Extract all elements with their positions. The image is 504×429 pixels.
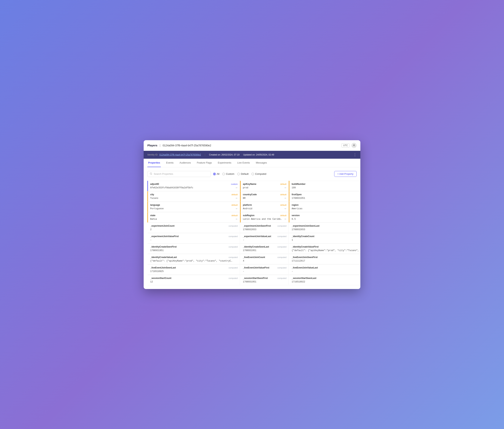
user-avatar[interactable] bbox=[351, 143, 357, 148]
prop-header: _liveEventJoinCount computed bbox=[243, 256, 286, 259]
prop-name: apiKeyName bbox=[243, 183, 256, 185]
edit-icon[interactable]: ✏ bbox=[285, 197, 286, 200]
prop-header: _sessionStartCount computed bbox=[150, 277, 238, 280]
prop-value-row: {"default": {"apiKeyName":"prod", "city"… bbox=[292, 249, 360, 252]
filter-custom[interactable]: Custom bbox=[222, 173, 234, 175]
property-cell: subRegion default Latin America and the … bbox=[240, 212, 289, 223]
prop-value: 1708932653 bbox=[292, 228, 305, 231]
prop-header: _sessionStartSeenFirst computed bbox=[243, 277, 286, 280]
prop-type: computed bbox=[277, 225, 286, 227]
filter-default[interactable]: Default bbox=[237, 173, 248, 175]
edit-icon[interactable]: ✏ bbox=[285, 218, 286, 220]
edit-icon[interactable]: ✏ bbox=[236, 197, 238, 200]
tabs-bar: Properties Events Audiences Feature Flag… bbox=[144, 159, 360, 167]
prop-value: 1711112617 bbox=[292, 260, 305, 262]
prop-type: default bbox=[232, 214, 238, 217]
prop-type: default bbox=[232, 193, 238, 196]
radio-default[interactable] bbox=[237, 173, 240, 175]
property-cell: _experimentJoinValueFirst computed - bbox=[147, 233, 240, 244]
prop-value: 199 bbox=[292, 186, 296, 189]
prop-value-row: 1708931951 ✏ bbox=[292, 197, 360, 200]
edit-icon[interactable]: ✏ bbox=[236, 186, 238, 189]
prop-value: - bbox=[243, 270, 244, 273]
prop-value: 0.5 bbox=[292, 218, 296, 220]
title-bar: Players | 0124a094-37f6-4aa4-b47f-25a787… bbox=[144, 140, 360, 151]
prop-header: _identityCreateValueFirst computed bbox=[292, 245, 360, 248]
prop-value-row: Tucano ✏ bbox=[150, 197, 238, 200]
prop-value-row: 1708931951 bbox=[150, 249, 238, 252]
prop-name: _experimentJoinValueFirst bbox=[150, 235, 179, 238]
prop-type: computed bbox=[277, 246, 286, 248]
property-cell: _identityCreateCount computed 1 bbox=[289, 233, 360, 244]
prop-value-row: Portuguese ✏ bbox=[150, 207, 238, 210]
radio-custom[interactable] bbox=[222, 173, 225, 175]
tab-audiences[interactable]: Audiences bbox=[179, 159, 192, 167]
prop-value-row: Latin America and the Caribbean ✏ bbox=[243, 218, 286, 220]
prop-type: computed bbox=[277, 277, 286, 279]
prop-name: platform bbox=[243, 204, 252, 206]
prop-type: computed bbox=[229, 267, 238, 269]
radio-computed[interactable] bbox=[252, 173, 254, 175]
property-cell: _sessionStartCount computed 12 bbox=[147, 275, 240, 285]
prop-name: state bbox=[150, 214, 155, 217]
prop-value-row: 1711112617 bbox=[292, 260, 360, 262]
filter-computed[interactable]: Computed bbox=[252, 173, 266, 175]
edit-icon[interactable]: ✏ bbox=[236, 207, 238, 210]
prop-type: computed bbox=[277, 235, 286, 237]
property-cell: firstOpen default 1708931951 ✏ bbox=[289, 191, 360, 202]
prop-value: - bbox=[150, 239, 152, 241]
page-section: Players bbox=[147, 144, 157, 147]
property-cell: _identityCreateSeenFirst computed 170893… bbox=[147, 244, 240, 254]
page-title: 0124a094-37f6-4aa4-b47f-25a7876590e2 bbox=[163, 144, 211, 147]
tab-events[interactable]: Events bbox=[165, 159, 174, 167]
edit-icon[interactable]: ✏ bbox=[236, 218, 238, 220]
add-property-button[interactable]: + Add Property bbox=[334, 171, 357, 177]
prop-type: computed bbox=[229, 235, 238, 237]
prop-value-row: 1708931951 bbox=[243, 249, 286, 252]
prop-type: default bbox=[280, 193, 286, 196]
prop-type: default bbox=[280, 214, 286, 217]
prop-value: 6fe62e353fcf0da841638ff9a2df5bfc bbox=[150, 186, 193, 189]
prop-value: 1 bbox=[292, 239, 293, 241]
prop-value: Latin America and the Caribbean bbox=[243, 218, 282, 220]
prop-value: 1708931951 bbox=[292, 197, 305, 200]
edit-icon[interactable]: ✏ bbox=[285, 207, 286, 210]
tab-feature-flags[interactable]: Feature Flags bbox=[196, 159, 213, 167]
prop-value-row: 4 bbox=[243, 260, 286, 262]
property-cell: countryCode default BR ✏ bbox=[240, 191, 289, 202]
prop-name: _experimentJoinValueLast bbox=[243, 235, 271, 238]
prop-value-row: Americas ✏ bbox=[292, 207, 360, 210]
prop-value: Americas bbox=[292, 207, 302, 210]
prop-header: _identityCreateSeenFirst computed bbox=[150, 245, 238, 248]
prop-value: - bbox=[243, 239, 244, 241]
prop-header: _experimentJoinSeenLast computed bbox=[292, 225, 360, 227]
prop-type: computed bbox=[229, 225, 238, 227]
tab-properties[interactable]: Properties bbox=[147, 159, 161, 167]
search-icon bbox=[150, 173, 152, 175]
prop-header: countryCode default bbox=[243, 193, 286, 196]
prop-value: 4 bbox=[243, 260, 244, 262]
identity-bar: Identity ID: 0124a094-37f6-4aa4-b47f-25a… bbox=[144, 151, 360, 159]
prop-value: - bbox=[292, 270, 293, 273]
radio-all[interactable] bbox=[213, 173, 216, 175]
more-options-button[interactable]: ⋮ bbox=[353, 153, 357, 157]
prop-name: _liveEventJoinSeenLast bbox=[150, 266, 176, 269]
tab-messages[interactable]: Messages bbox=[255, 159, 268, 167]
tab-live-events[interactable]: Live Events bbox=[236, 159, 251, 167]
filter-group: All Custom Default Computed bbox=[213, 173, 332, 175]
edit-icon[interactable]: ✏ bbox=[285, 186, 286, 189]
prop-value: 1716518925 bbox=[150, 270, 164, 273]
prop-name: _liveEventJoinValueLast bbox=[292, 266, 318, 269]
prop-value: 1708932653 bbox=[243, 228, 256, 231]
property-cell: adjustID custom 6fe62e353fcf0da841638ff9… bbox=[147, 181, 240, 191]
tab-experiments[interactable]: Experiments bbox=[217, 159, 232, 167]
identity-id-value[interactable]: 0124a094-37f6-4aa4-b47f-25a7876590e2 bbox=[159, 153, 201, 156]
prop-value-row: 199 ✏ bbox=[292, 186, 360, 189]
prop-value-row: 2 bbox=[150, 228, 238, 231]
filter-all[interactable]: All bbox=[213, 173, 219, 175]
title-bar-left: Players | 0124a094-37f6-4aa4-b47f-25a787… bbox=[147, 144, 211, 147]
prop-value-row: 1716518925 bbox=[150, 270, 238, 273]
property-cell: _liveEventJoinSeenFirst computed 1711112… bbox=[289, 254, 360, 264]
prop-name: _experimentJoinSeenFirst bbox=[243, 225, 271, 227]
search-input[interactable] bbox=[154, 173, 208, 175]
